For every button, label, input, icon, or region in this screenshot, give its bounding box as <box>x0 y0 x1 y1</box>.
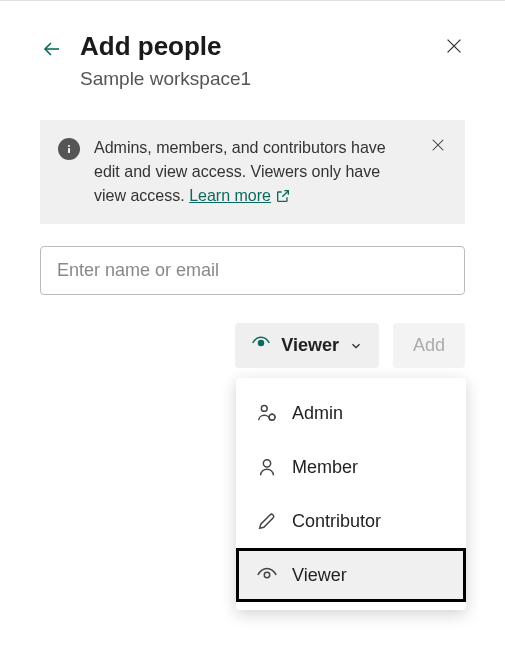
svg-rect-1 <box>68 148 70 153</box>
close-icon <box>443 35 465 57</box>
member-icon <box>256 456 278 478</box>
arrow-left-icon <box>40 37 64 61</box>
learn-more-link[interactable]: Learn more <box>189 184 291 208</box>
contributor-icon <box>256 510 278 532</box>
role-option-label: Member <box>292 457 358 478</box>
admin-icon <box>256 402 278 424</box>
add-button[interactable]: Add <box>393 323 465 368</box>
role-option-admin[interactable]: Admin <box>236 386 466 440</box>
viewer-icon <box>256 564 278 586</box>
role-dropdown-menu: Admin Member Contributor Viewer <box>236 378 466 610</box>
add-people-panel: Add people Sample workspace1 Admins, mem… <box>0 1 505 398</box>
svg-point-6 <box>264 572 270 578</box>
info-icon <box>58 138 80 160</box>
back-button[interactable] <box>40 31 64 61</box>
svg-point-5 <box>263 460 270 467</box>
role-selected-label: Viewer <box>281 335 339 356</box>
role-dropdown-button[interactable]: Viewer <box>235 323 379 368</box>
role-option-label: Viewer <box>292 565 347 586</box>
chevron-down-icon <box>349 339 363 353</box>
info-text: Admins, members, and contributors have e… <box>94 136 415 208</box>
banner-close-button[interactable] <box>429 136 447 158</box>
svg-point-0 <box>68 145 70 147</box>
learn-more-label: Learn more <box>189 184 271 208</box>
role-option-member[interactable]: Member <box>236 440 466 494</box>
actions-row: Viewer Add Admin Member Contribu <box>40 323 465 368</box>
role-option-label: Contributor <box>292 511 381 532</box>
role-option-label: Admin <box>292 403 343 424</box>
close-icon <box>429 136 447 154</box>
workspace-subtitle: Sample workspace1 <box>80 68 465 90</box>
eye-icon <box>251 333 271 358</box>
svg-point-2 <box>259 341 264 346</box>
info-banner: Admins, members, and contributors have e… <box>40 120 465 224</box>
header-row: Add people <box>40 31 465 62</box>
role-option-viewer[interactable]: Viewer <box>236 548 466 602</box>
page-title: Add people <box>80 31 427 62</box>
role-option-contributor[interactable]: Contributor <box>236 494 466 548</box>
external-link-icon <box>275 188 291 204</box>
svg-point-3 <box>261 405 267 411</box>
close-button[interactable] <box>443 31 465 61</box>
name-email-input[interactable] <box>40 246 465 295</box>
svg-point-4 <box>269 414 275 420</box>
